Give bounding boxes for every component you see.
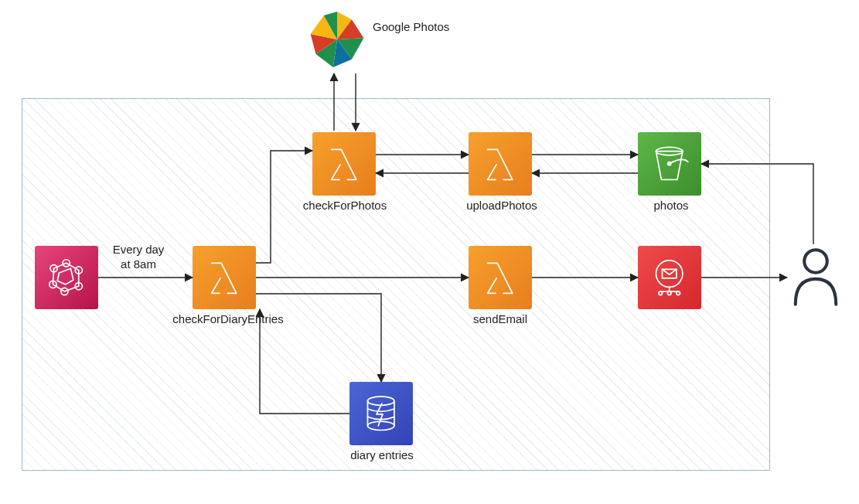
check-for-photos-icon bbox=[312, 132, 376, 196]
photos-bucket-icon bbox=[638, 132, 701, 196]
svg-point-22 bbox=[659, 291, 663, 295]
check-for-photos-label: checkForPhotos bbox=[298, 199, 391, 213]
eventbridge-icon bbox=[35, 246, 98, 309]
user-icon bbox=[790, 243, 841, 307]
svg-point-24 bbox=[677, 291, 680, 295]
check-for-diary-entries-label: checkForDiaryEntries bbox=[162, 312, 294, 327]
svg-point-23 bbox=[668, 291, 672, 295]
svg-point-17 bbox=[667, 162, 672, 166]
ses-icon bbox=[638, 246, 701, 309]
check-for-diary-entries-icon bbox=[193, 246, 256, 309]
svg-point-18 bbox=[656, 261, 683, 287]
upload-photos-label: uploadPhotos bbox=[459, 199, 544, 213]
google-photos-label: Google Photos bbox=[373, 20, 449, 35]
svg-point-27 bbox=[804, 250, 827, 273]
photos-bucket-label: photos bbox=[640, 199, 702, 213]
diary-entries-icon bbox=[349, 382, 413, 445]
google-photos-icon bbox=[304, 6, 370, 73]
upload-photos-icon bbox=[469, 132, 532, 196]
schedule-label: Every day at 8am bbox=[104, 243, 173, 272]
diary-entries-label: diary entries bbox=[343, 448, 421, 463]
send-email-label: sendEmail bbox=[469, 312, 532, 327]
svg-point-26 bbox=[368, 421, 394, 430]
send-email-icon bbox=[469, 246, 532, 309]
svg-marker-15 bbox=[58, 269, 74, 285]
diagram-canvas: Google Photos Every day at 8am checkForD… bbox=[0, 0, 859, 504]
